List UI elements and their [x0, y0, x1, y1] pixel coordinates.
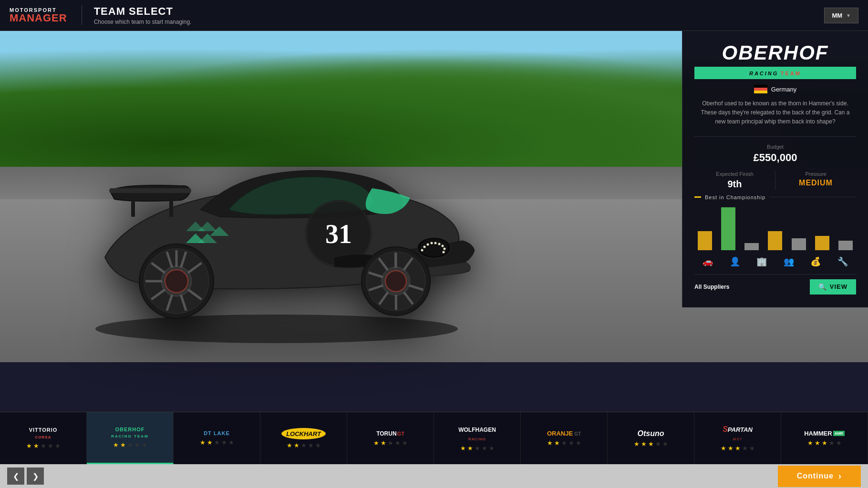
team-label: TEAM — [781, 71, 801, 76]
country-name: Germany — [771, 86, 796, 93]
stats-row: Expected Finish 9th Pressure MEDIUM — [694, 171, 856, 190]
team-card-hammer[interactable]: HAMMER AMR ★ ★ ★ ★ ★ — [781, 412, 868, 464]
svg-point-14 — [431, 242, 433, 244]
svg-rect-21 — [131, 198, 135, 217]
building-icon: 🏢 — [756, 256, 767, 267]
torun-logo: TORUN GT — [376, 430, 404, 437]
suppliers-label: All Suppliers — [694, 284, 729, 290]
svg-point-13 — [427, 244, 429, 246]
page-title-area: TEAM SELECT Choose which team to start m… — [94, 5, 825, 25]
chart-bar — [788, 238, 809, 250]
team-detail-panel: OBERHOF RACING TEAM Germany Oberhof used… — [682, 31, 868, 307]
chart-bar — [765, 231, 785, 250]
team-card-torun[interactable]: TORUN GT ★ ★ ★ ★ ★ — [347, 412, 434, 464]
car-icon: 🚗 — [703, 256, 713, 267]
chart-bar — [836, 241, 856, 250]
header-divider — [82, 6, 82, 25]
svg-rect-20 — [110, 188, 191, 193]
svg-text:31: 31 — [325, 219, 352, 249]
budget-section: Budget £550,000 — [694, 144, 856, 164]
chart-header: Best in Championship — [694, 194, 856, 200]
svg-point-15 — [434, 242, 437, 244]
otsuno-stars: ★ ★ ★ ★ ★ — [634, 440, 668, 447]
money-icon: 💰 — [810, 256, 821, 267]
continue-button[interactable]: Continue › — [778, 466, 861, 487]
team-card-dtlake[interactable]: DT LAKE ★ ★ ★ ★ ★ — [174, 412, 260, 464]
svg-point-19 — [443, 251, 445, 254]
pressure-value: MEDIUM — [775, 179, 856, 187]
svg-point-50 — [165, 270, 188, 293]
arrow-right-icon: › — [838, 471, 842, 481]
logo-line2: MANAGER — [10, 13, 67, 23]
racing-label: RACING — [749, 71, 778, 76]
svg-point-12 — [424, 246, 426, 248]
dtlake-stars: ★ ★ ★ ★ ★ — [200, 439, 234, 446]
team-name: OBERHOF — [694, 43, 856, 63]
continue-label: Continue — [797, 472, 834, 480]
wolfhagen-stars: ★ ★ ★ ★ ★ — [460, 445, 495, 452]
chart-bar — [694, 231, 715, 250]
team-card-vittorio[interactable]: VITTORIOCORSA ★ ★ ★ ★ ★ — [0, 412, 87, 464]
view-label: VIEW — [830, 283, 847, 290]
team-card-oranje[interactable]: ORANJE GT ★ ★ ★ ★ ★ — [521, 412, 608, 464]
chart-icons: 🚗 👤 🏢 👥 💰 🔧 — [694, 256, 856, 267]
chart-dot — [694, 196, 701, 198]
spartan-logo: SPARTAN MXT — [723, 425, 753, 442]
chevron-right-icon: ❯ — [32, 472, 39, 481]
torun-stars: ★ ★ ★ ★ ★ — [373, 439, 408, 447]
vittorio-logo: VITTORIOCORSA — [29, 427, 58, 439]
lockhart-logo: LOCKHART — [286, 430, 321, 437]
svg-point-18 — [444, 248, 446, 250]
team-card-lockhart[interactable]: LOCKHART ★ ★ ★ ★ ★ — [260, 412, 347, 464]
chart-bar — [742, 243, 762, 250]
panel-buttons: All Suppliers 🔍 VIEW — [694, 274, 856, 295]
car-display: 31 — [48, 95, 501, 343]
oranje-stars: ★ ★ ★ ★ ★ — [547, 439, 581, 447]
chevron-left-icon: ❮ — [13, 472, 19, 481]
bar-chart — [694, 205, 856, 253]
svg-rect-22 — [169, 198, 173, 217]
prev-arrow-button[interactable]: ❮ — [7, 468, 24, 485]
oberhof-stars: ★ ★ ★ ★ ★ — [113, 441, 147, 448]
chevron-down-icon: ▼ — [846, 13, 851, 18]
header: MOTORSPORT MANAGER TEAM SELECT Choose wh… — [0, 0, 868, 31]
hammer-logo: HAMMER AMR — [804, 430, 845, 437]
team-subtitle-bar: RACING TEAM — [694, 67, 856, 79]
hammer-stars: ★ ★ ★ ★ ★ — [807, 439, 842, 447]
country-row: Germany — [694, 85, 856, 93]
spartan-stars: ★ ★ ★ ★ ★ — [721, 445, 755, 452]
otsuno-logo: Otsuno — [638, 429, 664, 438]
next-arrow-button[interactable]: ❯ — [27, 468, 44, 485]
team-description: Oberhof used to be known as the thorn in… — [694, 99, 856, 127]
oberhof-logo: OBERHOFRACING TEAM — [111, 427, 148, 439]
team-card-oberhof[interactable]: OBERHOFRACING TEAM ★ ★ ★ ★ ★ — [87, 412, 174, 464]
vittorio-stars: ★ ★ ★ ★ ★ — [26, 442, 61, 449]
divider — [694, 136, 856, 137]
germany-flag — [754, 85, 767, 93]
svg-point-17 — [442, 245, 444, 247]
expected-finish-label: Expected Finish — [694, 171, 775, 177]
chart-underline — [769, 197, 856, 197]
dtlake-logo: DT LAKE — [204, 430, 230, 437]
chart-title: Best in Championship — [705, 194, 765, 200]
search-icon: 🔍 — [818, 283, 827, 291]
chart-section: Best in Championship 🚗 👤 🏢 👥 💰 🔧 — [694, 194, 856, 267]
expected-finish-value: 9th — [694, 179, 775, 190]
user-initials: MM — [832, 12, 842, 19]
pressure-label: Pressure — [775, 171, 856, 177]
team-card-spartan[interactable]: SPARTAN MXT ★ ★ ★ ★ ★ — [694, 412, 781, 464]
page-title: TEAM SELECT — [94, 5, 825, 18]
view-button[interactable]: 🔍 VIEW — [810, 279, 856, 295]
svg-point-36 — [385, 271, 406, 292]
lockhart-stars: ★ ★ ★ ★ ★ — [287, 442, 321, 449]
page-subtitle: Choose which team to start managing. — [94, 19, 825, 25]
budget-value: £550,000 — [694, 152, 856, 164]
team-card-wolfhagen[interactable]: WOLFHAGEN RACING ★ ★ ★ ★ ★ — [434, 412, 521, 464]
svg-point-0 — [95, 315, 458, 343]
oranje-logo: ORANJE GT — [547, 430, 581, 437]
nav-arrows: ❮ ❯ — [7, 468, 44, 485]
team-card-otsuno[interactable]: Otsuno ★ ★ ★ ★ ★ — [608, 412, 694, 464]
user-badge[interactable]: MM ▼ — [824, 8, 858, 23]
app-logo: MOTORSPORT MANAGER — [10, 7, 67, 23]
team-icon: 👥 — [784, 256, 794, 267]
